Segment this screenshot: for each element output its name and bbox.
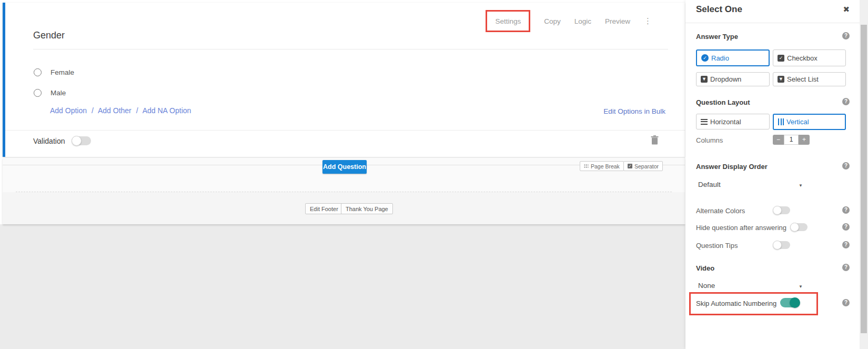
- separator-button[interactable]: ✓ Separator: [623, 161, 663, 171]
- columns-stepper: − 1 +: [773, 135, 810, 145]
- skip-automatic-numbering-toggle[interactable]: [780, 298, 800, 307]
- sidebar-title: Select One: [696, 4, 742, 15]
- help-icon[interactable]: ?: [842, 264, 850, 271]
- columns-increase-button[interactable]: +: [799, 135, 810, 145]
- checkbox-icon: ✓: [778, 55, 784, 62]
- select-list-button-label: Select List: [787, 75, 819, 83]
- radio-selected-icon: ✓: [701, 54, 709, 62]
- skip-automatic-numbering-label: Skip Automatic Numbering: [696, 300, 776, 307]
- horizontal-lines-icon: [701, 119, 708, 125]
- edit-options-in-bulk-link[interactable]: Edit Options in Bulk: [603, 107, 665, 115]
- question-title[interactable]: Gender: [33, 30, 65, 41]
- footer-strip: Edit Footer Thank You Page: [3, 192, 685, 224]
- question-tips-label: Question Tips: [696, 242, 738, 250]
- video-label: Video: [696, 264, 714, 272]
- page-break-label: Page Break: [591, 163, 620, 169]
- option-links-row: Add Option / Add Other / Add NA Option: [50, 106, 191, 115]
- checkbox-button-label: Checkbox: [787, 54, 817, 62]
- builder-strip: Add Question Page Break ✓ Separator Edit…: [3, 158, 685, 224]
- question-title-divider: [33, 49, 668, 49]
- toggle-knob: [72, 136, 82, 146]
- hide-question-label: Hide question after answering: [696, 224, 786, 232]
- question-layout-label: Question Layout: [696, 98, 750, 106]
- thank-you-page-button[interactable]: Thank You Page: [341, 203, 393, 214]
- add-option-link[interactable]: Add Option: [50, 106, 87, 115]
- answer-display-order-label: Answer Display Order: [696, 163, 768, 171]
- layout-horizontal-button[interactable]: Horizontal: [696, 114, 770, 129]
- hide-question-toggle[interactable]: [791, 223, 808, 231]
- add-question-button[interactable]: Add Question: [322, 160, 367, 174]
- alternate-colors-toggle[interactable]: [773, 206, 790, 214]
- edit-footer-button[interactable]: Edit Footer: [305, 203, 343, 214]
- chevron-down-icon[interactable]: ▼: [799, 284, 803, 289]
- help-icon[interactable]: ?: [842, 241, 850, 248]
- page-break-icon: [584, 164, 589, 168]
- help-icon[interactable]: ?: [842, 32, 850, 39]
- scrollbar-thumb[interactable]: [861, 25, 867, 333]
- answer-type-dropdown-button[interactable]: ▼ Dropdown: [696, 72, 770, 86]
- validation-toggle[interactable]: [72, 136, 91, 145]
- alternate-colors-label: Alternate Colors: [696, 207, 745, 215]
- delete-question-button[interactable]: [651, 135, 659, 147]
- toggle-knob: [773, 206, 782, 215]
- answer-type-checkbox-button[interactable]: ✓ Checkbox: [773, 49, 846, 66]
- help-icon[interactable]: ?: [842, 206, 850, 214]
- chevron-down-icon[interactable]: ▼: [799, 183, 803, 188]
- horizontal-button-label: Horizontal: [710, 118, 741, 126]
- validation-label: Validation: [33, 137, 65, 145]
- answer-display-order-select[interactable]: Default: [698, 181, 721, 188]
- link-separator: /: [92, 106, 94, 115]
- toggle-knob: [790, 297, 800, 308]
- page-break-button[interactable]: Page Break: [580, 161, 624, 171]
- question-tips-toggle[interactable]: [773, 241, 790, 249]
- columns-label: Columns: [696, 136, 723, 144]
- settings-button[interactable]: Settings: [495, 17, 521, 25]
- toggle-knob: [773, 241, 782, 250]
- option-row: Male: [34, 88, 66, 97]
- survey-builder-screen: Settings Copy Logic Preview ⋮ Gender Fem…: [0, 0, 868, 349]
- question-card: Settings Copy Logic Preview ⋮ Gender Fem…: [3, 3, 685, 157]
- sidebar-divider: [685, 23, 860, 23]
- copy-button[interactable]: Copy: [544, 17, 561, 25]
- help-icon[interactable]: ?: [842, 98, 850, 105]
- radio-button-icon[interactable]: [34, 89, 42, 97]
- close-icon[interactable]: ✖: [843, 5, 850, 14]
- columns-decrease-button[interactable]: −: [773, 135, 784, 145]
- logic-button[interactable]: Logic: [574, 17, 591, 25]
- card-divider: [5, 130, 685, 131]
- toggle-knob: [790, 223, 799, 232]
- add-other-link[interactable]: Add Other: [98, 106, 132, 115]
- add-na-option-link[interactable]: Add NA Option: [143, 106, 191, 115]
- dropdown-icon: ▼: [701, 76, 708, 83]
- help-icon[interactable]: ?: [842, 299, 850, 306]
- answer-type-label: Answer Type: [696, 33, 738, 41]
- option-label[interactable]: Male: [51, 89, 66, 97]
- settings-highlight-box: Settings: [486, 10, 530, 32]
- separator-icon: ✓: [628, 164, 632, 168]
- select-list-icon: ▼: [778, 76, 784, 83]
- radio-button-label: Radio: [711, 54, 729, 62]
- option-row: Female: [34, 67, 74, 77]
- help-icon[interactable]: ?: [842, 162, 850, 169]
- question-toolbar: Settings Copy Logic Preview ⋮: [486, 10, 652, 32]
- radio-button-icon[interactable]: [34, 68, 42, 76]
- separator-label: Separator: [634, 163, 659, 169]
- columns-value[interactable]: 1: [784, 135, 799, 145]
- trash-icon: [651, 135, 659, 145]
- more-options-icon[interactable]: ⋮: [644, 16, 652, 26]
- dropdown-button-label: Dropdown: [710, 75, 741, 83]
- scrollbar-track[interactable]: [860, 0, 868, 349]
- answer-type-select-list-button[interactable]: ▼ Select List: [773, 72, 846, 86]
- vertical-button-label: Vertical: [786, 118, 809, 126]
- preview-button[interactable]: Preview: [605, 17, 630, 25]
- settings-sidebar: Select One ✖ Answer Type ? ✓ Radio ✓ Che…: [685, 0, 860, 349]
- video-select[interactable]: None: [698, 282, 715, 290]
- help-icon[interactable]: ?: [842, 223, 850, 231]
- answer-type-radio-button[interactable]: ✓ Radio: [696, 49, 770, 66]
- option-label[interactable]: Female: [51, 68, 74, 76]
- layout-vertical-button[interactable]: Vertical: [773, 114, 846, 130]
- link-separator: /: [136, 106, 138, 115]
- validation-row: Validation: [33, 136, 91, 145]
- vertical-bars-icon: [778, 118, 784, 125]
